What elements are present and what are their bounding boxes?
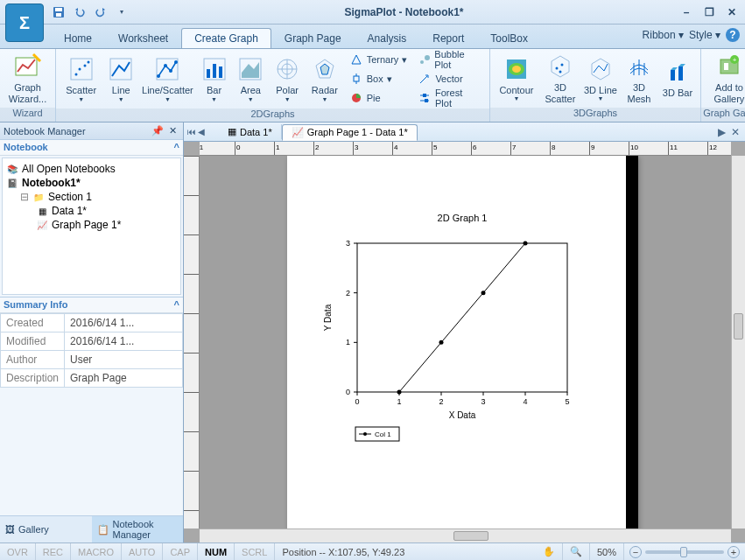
zoom-out-button[interactable]: − (629, 546, 642, 558)
qat-redo[interactable] (93, 4, 109, 20)
minimize-button[interactable]: – (678, 4, 694, 20)
status-num[interactable]: NUM (198, 543, 235, 560)
status-rec[interactable]: REC (36, 543, 71, 560)
qat-more[interactable]: ▾ (114, 4, 130, 20)
line-scatter-icon (153, 55, 181, 83)
svg-text:2D Graph 1: 2D Graph 1 (438, 213, 488, 223)
svg-text:X Data: X Data (449, 410, 476, 420)
tab-worksheet[interactable]: Worksheet (105, 28, 181, 48)
tree-root[interactable]: 📚All Open Notebooks (6, 162, 177, 176)
collapse-icon[interactable]: ^ (174, 299, 179, 311)
horizontal-scrollbar[interactable] (200, 528, 731, 542)
svg-point-77 (439, 340, 444, 345)
vertical-scrollbar[interactable] (731, 156, 745, 528)
status-bar: OVR REC MACRO AUTO CAP NUM SCRL Position… (0, 542, 745, 560)
bar-button[interactable]: Bar▼ (198, 52, 231, 106)
3d-line-button[interactable]: 3D Line▼ (583, 52, 618, 106)
maximize-button[interactable]: ❐ (701, 4, 717, 20)
tab-nav-next-icon[interactable]: ▶ (718, 126, 726, 138)
bubble-plot-button[interactable]: Bubble Plot (414, 51, 484, 68)
table-row: DescriptionGraph Page (1, 368, 183, 387)
page-workspace[interactable]: 2D Graph 10123450123X DataY DataCol 1 (200, 156, 731, 528)
svg-text:1: 1 (397, 397, 401, 406)
tab-nav-first-icon[interactable]: ⏮ (187, 127, 196, 136)
close-button[interactable]: ✕ (724, 4, 740, 20)
tab-close-icon[interactable]: ✕ (731, 126, 740, 138)
tree-data[interactable]: ▦Data 1* (6, 204, 177, 218)
status-cap[interactable]: CAP (163, 543, 198, 560)
forest-plot-button[interactable]: Forest Plot (414, 89, 484, 107)
tab-nav-prev-icon[interactable]: ◀ (198, 127, 205, 136)
help-button[interactable]: ? (726, 28, 740, 42)
vector-button[interactable]: Vector (414, 70, 484, 88)
pan-tool-icon[interactable]: ✋ (536, 543, 563, 560)
tab-create-graph[interactable]: Create Graph (181, 28, 271, 48)
style-menu[interactable]: Style ▾ (689, 29, 720, 41)
contour-button[interactable]: Contour▼ (495, 52, 538, 106)
doc-tab-graph-page[interactable]: 📈Graph Page 1 - Data 1* (282, 124, 418, 141)
zoom-slider-knob[interactable] (680, 547, 687, 557)
3d-bar-button[interactable]: 3D Bar (660, 52, 695, 106)
graph-page[interactable]: 2D Graph 10123450123X DataY DataCol 1 (287, 156, 637, 528)
svg-rect-1 (55, 8, 62, 11)
tree-graph-page[interactable]: 📈Graph Page 1* (6, 218, 177, 232)
tab-report[interactable]: Report (419, 28, 477, 48)
graph-wizard-button[interactable]: Graph Wizard... (5, 52, 50, 106)
svg-text:Col 1: Col 1 (375, 430, 391, 438)
qat-undo[interactable] (72, 4, 88, 20)
svg-point-41 (560, 64, 563, 66)
graph-canvas-area: ⏮◀ ▦Data 1* 📈Graph Page 1 - Data 1* ▶✕ -… (184, 122, 745, 542)
panel-pin-icon[interactable]: 📌 (149, 125, 166, 136)
add-to-gallery-button[interactable]: +Add to Gallery (706, 52, 745, 106)
3d-mesh-button[interactable]: 3D Mesh (622, 52, 657, 106)
polar-button[interactable]: Polar▼ (271, 52, 304, 106)
svg-point-8 (87, 61, 89, 64)
svg-point-79 (524, 242, 528, 246)
panel-close-icon[interactable]: ✕ (166, 125, 179, 136)
status-macro[interactable]: MACRO (71, 543, 122, 560)
notebook-icon: 📓 (6, 177, 18, 189)
svg-text:1: 1 (346, 338, 350, 346)
line-button[interactable]: Line▼ (104, 52, 137, 106)
app-icon[interactable]: Σ (5, 4, 44, 42)
status-scrl[interactable]: SCRL (235, 543, 275, 560)
scatter-icon (67, 55, 95, 83)
zoom-slider[interactable] (645, 550, 724, 554)
status-ovr[interactable]: OVR (0, 543, 36, 560)
summary-table: Created2016/6/14 1... Modified2016/6/14 … (0, 313, 183, 388)
tab-graph-page[interactable]: Graph Page (271, 28, 355, 48)
gallery-tab-icon: 🖼 (5, 524, 15, 535)
scrollbar-thumb[interactable] (734, 313, 743, 340)
status-auto[interactable]: AUTO (122, 543, 163, 560)
svg-point-5 (74, 74, 77, 76)
ternary-button[interactable]: Ternary ▾ (346, 51, 411, 68)
tree-notebook[interactable]: 📓Notebook1* (6, 176, 177, 190)
gallery-tab[interactable]: 🖼Gallery (0, 516, 92, 542)
group-label-wizard: Wizard (0, 108, 55, 122)
pie-button[interactable]: Pie (346, 89, 411, 107)
zoom-in-button[interactable]: + (727, 546, 740, 558)
line-scatter-button[interactable]: Line/Scatter▼ (141, 52, 193, 106)
radar-button[interactable]: Radar▼ (307, 52, 342, 106)
tab-home[interactable]: Home (51, 28, 105, 48)
ribbon-toggle[interactable]: Ribbon ▾ (643, 29, 684, 41)
group-label-gallery: Graph Galle (701, 108, 745, 122)
zoom-tool-icon[interactable]: 🔍 (563, 543, 590, 560)
area-button[interactable]: Area▼ (234, 52, 267, 106)
scrollbar-thumb[interactable] (453, 531, 488, 541)
section-header: Notebook (4, 142, 48, 153)
3d-scatter-button[interactable]: 3D Scatter (541, 52, 580, 106)
notebook-manager-tab[interactable]: 📋Notebook Manager (92, 516, 184, 542)
doc-tab-data[interactable]: ▦Data 1* (219, 124, 282, 139)
box-button[interactable]: Box ▾ (346, 70, 411, 88)
tree-section[interactable]: ⊟📁Section 1 (6, 190, 177, 204)
tab-toolbox[interactable]: ToolBox (477, 28, 541, 48)
qat-save[interactable] (51, 4, 67, 20)
notebook-tree[interactable]: 📚All Open Notebooks 📓Notebook1* ⊟📁Sectio… (2, 158, 181, 295)
svg-text:3: 3 (481, 397, 485, 406)
scatter-button[interactable]: Scatter▼ (61, 52, 101, 106)
tab-analysis[interactable]: Analysis (355, 28, 420, 48)
svg-point-31 (420, 60, 424, 64)
zoom-value[interactable]: 50% (590, 543, 624, 560)
collapse-icon[interactable]: ^ (174, 142, 179, 153)
